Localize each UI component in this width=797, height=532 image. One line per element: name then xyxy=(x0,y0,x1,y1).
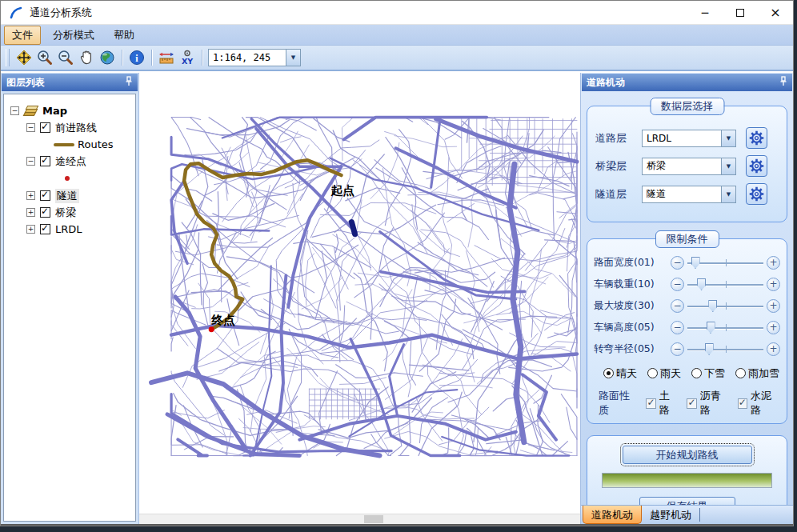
surface-checkbox-dirt[interactable]: 土路 xyxy=(646,389,679,418)
zoom-out-icon[interactable] xyxy=(55,47,76,68)
info-icon[interactable]: i xyxy=(126,47,147,68)
slider-track[interactable] xyxy=(687,342,763,356)
chevron-down-icon[interactable]: ▼ xyxy=(721,158,735,174)
map-layers-icon xyxy=(24,106,38,117)
collapse-icon[interactable]: − xyxy=(26,157,35,166)
tunnel-layer-combobox[interactable]: 隧道 ▼ xyxy=(642,186,736,203)
chevron-down-icon[interactable]: ▼ xyxy=(721,186,735,202)
surface-checkbox-cement[interactable]: 水泥路 xyxy=(738,389,780,418)
tree-node-route-layer[interactable]: − 前进路线 xyxy=(4,119,135,136)
road-network-map[interactable]: 起点终点 xyxy=(139,73,580,514)
pin-icon[interactable] xyxy=(779,76,787,89)
constraints-group: 限制条件 路面宽度(01) − + 车辆载重(10) − + 最大坡 xyxy=(587,238,787,424)
map-canvas[interactable]: 起点终点 xyxy=(139,73,580,524)
slider-thumb[interactable] xyxy=(691,257,700,269)
weather-radio-sunny[interactable]: 晴天 xyxy=(603,366,637,381)
maximize-button[interactable] xyxy=(723,1,758,24)
tree-node-routes-legend[interactable]: Routes xyxy=(4,136,135,153)
measure-ruler-icon[interactable] xyxy=(156,47,177,68)
surface-checkbox-asphalt[interactable]: 沥青路 xyxy=(687,389,729,418)
slider-tick xyxy=(726,281,727,288)
svg-text:XY: XY xyxy=(182,57,193,66)
slider-track[interactable] xyxy=(687,256,763,270)
road-layer-combobox[interactable]: LRDL ▼ xyxy=(642,130,736,147)
weather-radio-sleet[interactable]: 雨加雪 xyxy=(735,366,779,381)
tree-label: Routes xyxy=(78,138,114,150)
hand-pan-icon[interactable] xyxy=(76,47,97,68)
chevron-down-icon[interactable]: ▼ xyxy=(286,50,300,66)
tree-node-bridge[interactable]: + 桥梁 xyxy=(4,204,135,221)
scale-combobox[interactable]: 1:164, 245 ▼ xyxy=(208,49,301,66)
bridge-layer-settings-button[interactable] xyxy=(746,155,767,177)
slider-thumb[interactable] xyxy=(708,300,717,312)
decrease-button[interactable]: − xyxy=(671,342,684,356)
expand-icon[interactable]: + xyxy=(26,191,35,200)
slider-track[interactable] xyxy=(687,321,763,334)
tunnel-layer-settings-button[interactable] xyxy=(746,183,767,205)
road-layer-settings-button[interactable] xyxy=(746,127,767,149)
start-planning-button[interactable]: 开始规划路线 xyxy=(623,446,752,464)
menu-file[interactable]: 文件 xyxy=(4,26,41,45)
xy-coordinates-icon[interactable]: XY xyxy=(177,47,198,68)
radio-icon xyxy=(735,368,746,378)
slider-label: 最大坡度(30) xyxy=(594,299,671,313)
road-layer-row: 道路层 LRDL ▼ xyxy=(595,127,780,149)
weather-options: 晴天 雨天 下雪 雨加雪 xyxy=(594,360,780,381)
menu-help[interactable]: 帮助 xyxy=(106,26,142,44)
field-label: 桥梁层 xyxy=(595,159,642,174)
decrease-button[interactable]: − xyxy=(671,321,684,334)
chevron-down-icon[interactable]: ▼ xyxy=(721,130,735,146)
tree-label: LRDL xyxy=(55,223,82,235)
slider-label: 路面宽度(01) xyxy=(594,256,671,270)
tab-offroad-maneuver[interactable]: 越野机动 xyxy=(642,506,699,524)
max-slope-slider-row: 最大坡度(30) − + xyxy=(594,295,780,317)
maximize-icon xyxy=(736,9,744,17)
slider-track[interactable] xyxy=(687,278,763,291)
decrease-button[interactable]: − xyxy=(671,278,684,291)
increase-button[interactable]: + xyxy=(767,321,780,334)
layer-checkbox[interactable] xyxy=(40,207,50,218)
menu-analysis-mode[interactable]: 分析模式 xyxy=(46,26,102,44)
decrease-button[interactable]: − xyxy=(671,299,684,313)
globe-icon[interactable] xyxy=(97,47,118,68)
slider-thumb[interactable] xyxy=(697,278,706,290)
toolbar-separator xyxy=(151,50,152,66)
pan-arrows-icon[interactable] xyxy=(14,47,34,68)
layer-checkbox[interactable] xyxy=(40,122,50,133)
decrease-button[interactable]: − xyxy=(671,256,684,270)
collapse-icon[interactable]: − xyxy=(26,123,35,132)
slider-thumb[interactable] xyxy=(705,343,714,355)
increase-button[interactable]: + xyxy=(767,256,780,270)
tree-node-map[interactable]: − Map xyxy=(4,102,135,119)
slider-track[interactable] xyxy=(687,299,763,313)
tree-node-lrdl[interactable]: + LRDL xyxy=(4,221,135,238)
minimize-button[interactable]: ─ xyxy=(687,1,723,24)
map-horizontal-scrollbar[interactable] xyxy=(139,514,580,524)
weather-radio-snow[interactable]: 下雪 xyxy=(691,366,725,381)
checkbox-icon xyxy=(687,398,696,409)
close-button[interactable]: × xyxy=(758,1,793,24)
expand-icon[interactable]: + xyxy=(26,225,35,234)
tab-road-maneuver[interactable]: 道路机动 xyxy=(583,506,642,524)
increase-button[interactable]: + xyxy=(767,299,780,313)
slider-tick xyxy=(726,324,727,331)
tree-node-tunnel[interactable]: + 隧道 xyxy=(4,187,135,204)
layer-checkbox[interactable] xyxy=(40,156,50,166)
layer-checkbox[interactable] xyxy=(40,190,50,201)
weather-radio-rain[interactable]: 雨天 xyxy=(647,366,681,381)
slider-tick xyxy=(726,259,727,266)
collapse-icon[interactable]: − xyxy=(10,106,19,115)
zoom-in-icon[interactable] xyxy=(34,47,55,68)
field-label: 道路层 xyxy=(595,131,642,146)
increase-button[interactable]: + xyxy=(767,342,780,356)
increase-button[interactable]: + xyxy=(767,278,780,291)
slider-thumb[interactable] xyxy=(707,322,715,334)
layer-checkbox[interactable] xyxy=(40,224,50,234)
expand-icon[interactable]: + xyxy=(26,208,35,217)
tree-label: Map xyxy=(42,105,67,117)
radio-icon xyxy=(647,368,658,378)
tree-node-waypoints[interactable]: − 途经点 xyxy=(4,153,135,170)
bridge-layer-combobox[interactable]: 桥梁 ▼ xyxy=(642,158,736,175)
scrollbar-thumb[interactable] xyxy=(364,515,383,523)
pin-icon[interactable] xyxy=(125,76,133,89)
